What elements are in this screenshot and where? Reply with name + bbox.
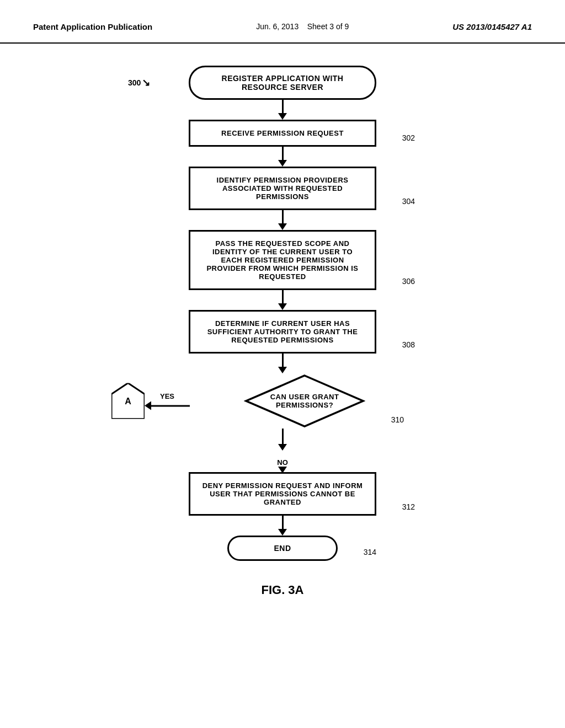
step-306-text: PASS THE REQUESTED SCOPE AND IDENTITY OF…: [206, 239, 358, 281]
arrow-2: [278, 147, 287, 167]
header: Patent Application Publication Jun. 6, 2…: [0, 0, 565, 44]
step-start-text: REGISTER APPLICATION WITH RESOURCE SERVE…: [222, 74, 344, 92]
arrow-6: [278, 467, 287, 472]
step-310-label: 310: [391, 415, 404, 424]
page: Patent Application Publication Jun. 6, 2…: [0, 0, 565, 728]
step-314-wrapper: END 314: [227, 536, 338, 561]
step-314-text: END: [274, 544, 291, 553]
arrow-5: [278, 354, 287, 373]
header-left: Patent Application Publication: [33, 22, 152, 31]
step-304-wrapper: IDENTIFY PERMISSION PROVIDERS ASSOCIATED…: [189, 167, 376, 210]
step-300-arrow-icon: ↘: [142, 77, 150, 89]
step-302-wrapper: RECEIVE PERMISSION REQUEST 302: [189, 120, 376, 147]
arrow-7: [278, 516, 287, 536]
arrow-3: [278, 210, 287, 230]
step-312-box: DENY PERMISSION REQUEST AND INFORM USER …: [189, 472, 376, 516]
step-308-label: 308: [402, 340, 415, 349]
step-300-label: 300: [128, 78, 141, 87]
step-310-diamond: CAN USER GRANT PERMISSIONS?: [244, 373, 365, 429]
figure-caption: FIG. 3A: [261, 583, 303, 597]
step-306-label: 306: [402, 277, 415, 286]
no-arrow-head-icon: [278, 444, 287, 451]
step-302-label: 302: [402, 133, 415, 142]
connector-a: A: [111, 383, 145, 419]
step-312-label: 312: [402, 502, 415, 511]
header-center: Jun. 6, 2013 Sheet 3 of 9: [256, 22, 349, 31]
flowchart: 300 ↘ REGISTER APPLICATION WITH RESOURCE…: [95, 66, 470, 561]
header-right: US 2013/0145427 A1: [452, 22, 532, 31]
no-arrow-section: NO: [277, 429, 288, 467]
step-308-wrapper: DETERMINE IF CURRENT USER HAS SUFFICIENT…: [189, 310, 376, 354]
main-content: 300 ↘ REGISTER APPLICATION WITH RESOURCE…: [0, 44, 565, 619]
step-306-box: PASS THE REQUESTED SCOPE AND IDENTITY OF…: [189, 230, 376, 290]
step-310-wrapper: CAN USER GRANT PERMISSIONS? 310: [244, 373, 365, 429]
arrow-left-line: [151, 405, 190, 406]
step-start-wrapper: REGISTER APPLICATION WITH RESOURCE SERVE…: [189, 66, 376, 100]
step-302-text: RECEIVE PERMISSION REQUEST: [221, 129, 344, 137]
step-314-label: 314: [364, 548, 376, 556]
no-label: NO: [277, 458, 288, 467]
step-308-box: DETERMINE IF CURRENT USER HAS SUFFICIENT…: [189, 310, 376, 354]
step-312-wrapper: DENY PERMISSION REQUEST AND INFORM USER …: [189, 472, 376, 516]
arrow-4: [278, 290, 287, 310]
header-date: Jun. 6, 2013: [256, 22, 299, 31]
step-302-box: RECEIVE PERMISSION REQUEST: [189, 120, 376, 147]
step-304-text: IDENTIFY PERMISSION PROVIDERS ASSOCIATED…: [217, 176, 349, 201]
arrow-left-head-icon: [145, 402, 151, 410]
header-sheet: Sheet 3 of 9: [307, 22, 349, 31]
step-314-box: END: [227, 536, 338, 561]
step-304-label: 304: [402, 197, 415, 206]
step-312-text: DENY PERMISSION REQUEST AND INFORM USER …: [202, 481, 363, 506]
connector-a-text: A: [125, 396, 131, 406]
arrow-1: [278, 100, 287, 120]
yes-label: YES: [160, 392, 174, 400]
step-308-text: DETERMINE IF CURRENT USER HAS SUFFICIENT…: [207, 319, 358, 344]
step-start-box: REGISTER APPLICATION WITH RESOURCE SERVE…: [189, 66, 376, 100]
step-310-text: CAN USER GRANT PERMISSIONS?: [244, 393, 365, 409]
step-306-wrapper: PASS THE REQUESTED SCOPE AND IDENTITY OF…: [189, 230, 376, 290]
step-304-box: IDENTIFY PERMISSION PROVIDERS ASSOCIATED…: [189, 167, 376, 210]
no-arrow-line: [282, 429, 284, 444]
